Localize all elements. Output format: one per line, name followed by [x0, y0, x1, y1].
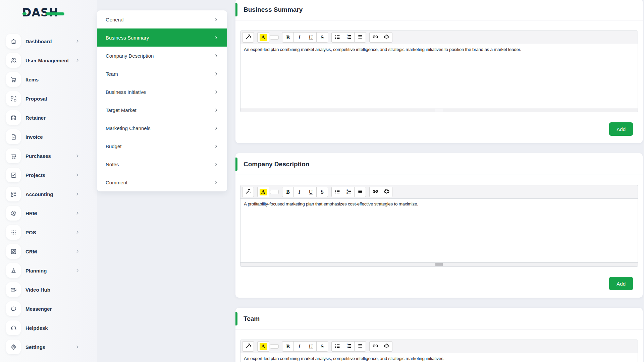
link-button[interactable] [369, 341, 381, 352]
paragraph-align-button[interactable] [354, 187, 366, 197]
link-button[interactable] [369, 32, 381, 43]
app-root: DASH Dashboard User Management [0, 0, 644, 362]
logo-green-dot [22, 12, 26, 15]
submenu-item-label: Team [106, 71, 118, 77]
chevron-right-icon [214, 90, 218, 94]
submenu-item-notes[interactable]: Notes [97, 155, 227, 173]
sidebar-item-label: Projects [25, 172, 45, 178]
paragraph-align-button[interactable] [354, 32, 366, 43]
submenu-item-general[interactable]: General [97, 10, 227, 28]
submenu-item-business-summary[interactable]: Business Summary [97, 28, 227, 47]
sidebar-item-retainer[interactable]: Retainer [6, 110, 97, 125]
unlink-button[interactable] [381, 32, 392, 43]
italic-button[interactable]: I [293, 341, 305, 352]
bold-button[interactable]: B [282, 187, 294, 197]
bold-button[interactable]: B [282, 341, 294, 352]
chevron-right-icon [214, 36, 218, 40]
link-button[interactable] [369, 187, 381, 197]
sidebar-item-label: Accounting [25, 191, 53, 197]
sidebar-item-crm[interactable]: CRM [6, 244, 97, 259]
grip-icon [435, 263, 443, 266]
sidebar-item-accounting[interactable]: Accounting [6, 187, 97, 201]
submenu-item-comment[interactable]: Comment [97, 173, 227, 191]
sidebar-item-label: Purchases [25, 153, 51, 159]
chat-bubble-icon [6, 301, 21, 316]
logo[interactable]: DASH [22, 6, 76, 21]
ordered-list-button[interactable]: 1 2 [343, 341, 355, 352]
unlink-button[interactable] [381, 341, 392, 352]
add-button[interactable]: Add [609, 122, 633, 136]
italic-button[interactable]: I [293, 187, 305, 197]
unordered-list-icon [334, 188, 340, 196]
sidebar-item-video-hub[interactable]: Video Hub [6, 282, 97, 297]
sidebar-item-pos[interactable]: POS [6, 225, 97, 240]
editor-content[interactable]: A profitability-focused marketing plan t… [240, 199, 638, 262]
submenu-item-company-description[interactable]: Company Description [97, 47, 227, 65]
sidebar-item-messenger[interactable]: Messenger [6, 301, 97, 316]
recent-color-swatch[interactable] [270, 35, 279, 40]
editor-resize-handle[interactable] [240, 108, 638, 112]
ordered-list-button[interactable]: 1 2 [343, 32, 355, 43]
unordered-list-button[interactable] [331, 32, 343, 43]
sidebar-item-items[interactable]: Items [6, 72, 97, 87]
submenu-item-target-market[interactable]: Target Market [97, 101, 227, 119]
magic-wand-button[interactable] [242, 32, 254, 43]
underline-button[interactable]: U [305, 187, 317, 197]
unordered-list-icon [334, 34, 340, 41]
sidebar-item-hrm[interactable]: HRM [6, 206, 97, 221]
magic-wand-button[interactable] [242, 341, 254, 352]
check-square-icon [6, 168, 21, 182]
chevron-right-icon [214, 17, 218, 22]
bold-button[interactable]: B [282, 32, 294, 43]
grid-plus-icon [6, 187, 21, 201]
magic-wand-button[interactable] [242, 187, 254, 197]
rich-text-editor: A B I U S [240, 31, 638, 112]
users-icon [6, 53, 21, 68]
submenu-item-business-initiative[interactable]: Business Initiative [97, 83, 227, 101]
strikethrough-button[interactable]: S [316, 341, 328, 352]
underline-button[interactable]: U [305, 341, 317, 352]
section-title: Business Summary [244, 6, 635, 13]
sidebar-item-proposal[interactable]: Proposal [6, 91, 97, 106]
sidebar-item-label: CRM [25, 249, 37, 254]
sidebar-item-dashboard[interactable]: Dashboard [6, 34, 97, 49]
recent-color-swatch[interactable] [270, 190, 279, 194]
chevron-right-icon [75, 154, 80, 158]
magic-wand-icon [245, 343, 251, 350]
chevron-right-icon [214, 162, 218, 167]
add-button[interactable]: Add [609, 277, 633, 290]
highlight-color-button[interactable]: A [257, 187, 269, 197]
link-icon [372, 343, 378, 350]
submenu-item-label: Target Market [106, 107, 137, 113]
recent-color-swatch[interactable] [270, 344, 279, 349]
submenu-item-marketing-channels[interactable]: Marketing Channels [97, 119, 227, 137]
sidebar-item-invoice[interactable]: Invoice [6, 129, 97, 144]
submenu-item-team[interactable]: Team [97, 65, 227, 83]
sidebar-item-settings[interactable]: Settings [6, 340, 97, 354]
unordered-list-button[interactable] [331, 187, 343, 197]
sidebar-item-helpdesk[interactable]: Helpdesk [6, 320, 97, 335]
strikethrough-button[interactable]: S [316, 187, 328, 197]
submenu-item-budget[interactable]: Budget [97, 137, 227, 155]
highlight-color-button[interactable]: A [257, 32, 269, 43]
unordered-list-button[interactable] [331, 341, 343, 352]
strikethrough-button[interactable]: S [316, 32, 328, 43]
cart-icon [6, 148, 21, 163]
video-camera-icon [6, 282, 21, 297]
sidebar-item-user-management[interactable]: User Management [6, 53, 97, 68]
sidebar-item-projects[interactable]: Projects [6, 168, 97, 182]
paragraph-align-button[interactable] [354, 341, 366, 352]
italic-button[interactable]: I [293, 32, 305, 43]
unlink-button[interactable] [381, 187, 392, 197]
sidebar-item-planning[interactable]: Planning [6, 263, 97, 278]
chevron-right-icon [75, 173, 80, 177]
editor-content[interactable]: An expert-led plan combining market anal… [240, 44, 638, 108]
highlight-color-button[interactable]: A [257, 341, 269, 352]
editor-resize-handle[interactable] [240, 262, 638, 266]
sidebar-item-label: Items [25, 77, 39, 82]
ordered-list-button[interactable]: 1 2 [343, 187, 355, 197]
underline-button[interactable]: U [305, 32, 317, 43]
dots-grid-icon [6, 225, 21, 240]
sidebar-item-purchases[interactable]: Purchases [6, 148, 97, 163]
editor-content[interactable]: An expert-led plan combining market anal… [240, 353, 638, 362]
